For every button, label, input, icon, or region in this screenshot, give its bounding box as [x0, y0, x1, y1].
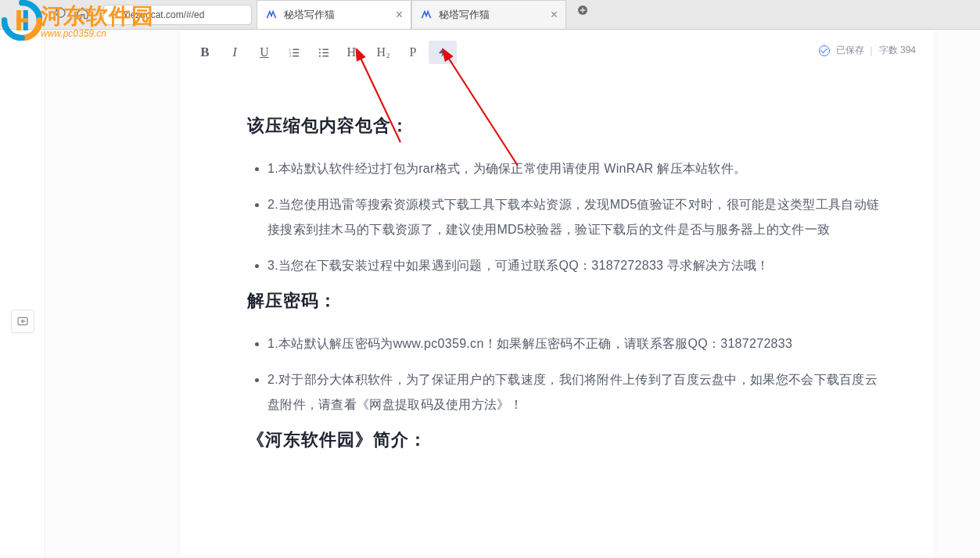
list-item: 2.当您使用迅雷等搜索资源模式下载工具下载本站资源，发现MD5值验证不对时，很可…: [267, 192, 888, 242]
app: B I U 123 H1 H2 P 已保存 | 字数: [0, 30, 980, 558]
svg-marker-19: [439, 48, 447, 57]
saved-label: 已保存: [836, 44, 864, 57]
paragraph-button[interactable]: P: [399, 41, 427, 64]
svg-point-18: [318, 55, 320, 56]
svg-point-17: [318, 52, 320, 53]
tab-favicon: [265, 9, 278, 21]
home-icon[interactable]: [76, 6, 89, 23]
underline-button[interactable]: U: [250, 41, 278, 64]
tab-close-icon[interactable]: ×: [396, 8, 403, 22]
list-password: 1.本站默认解压密码为www.pc0359.cn！如果解压密码不正确，请联系客服…: [247, 331, 888, 417]
tab-title: 秘塔写作猫: [439, 8, 551, 22]
list-ordered-icon: 123: [288, 46, 301, 59]
wordcount: 字数 394: [879, 44, 916, 57]
reload-icon[interactable]: [55, 7, 66, 22]
ai-check-button[interactable]: [429, 41, 457, 64]
browser-tab[interactable]: 秘塔写作猫 ×: [411, 0, 566, 29]
list-item: 2.对于部分大体积软件，为了保证用户的下载速度，我们将附件上传到了百度云盘中，如…: [267, 367, 888, 417]
left-sidebar: [0, 30, 45, 558]
svg-rect-0: [112, 14, 117, 18]
list-item: 3.当您在下载安装过程中如果遇到问题，可通过联系QQ：3187272833 寻求…: [267, 253, 888, 278]
heading2-button[interactable]: H2: [369, 41, 397, 64]
back-icon[interactable]: [14, 8, 25, 22]
italic-button[interactable]: I: [221, 41, 249, 64]
list-unordered-icon: [318, 46, 331, 59]
heading-password: 解压密码：: [247, 289, 888, 313]
address-bar[interactable]: xiezuocat.com/#/ed: [103, 5, 252, 25]
svg-point-16: [318, 48, 320, 50]
bold-button[interactable]: B: [191, 41, 219, 64]
format-toolbar: B I U 123 H1 H2 P: [191, 41, 457, 64]
document-paper: B I U 123 H1 H2 P 已保存 | 字数: [180, 30, 935, 558]
nav-controls: [0, 6, 97, 23]
browser-bar: xiezuocat.com/#/ed 秘塔写作猫 × 秘塔写作猫 ×: [0, 0, 980, 30]
tab-favicon: [420, 9, 433, 21]
browser-tab[interactable]: 秘塔写作猫 ×: [257, 0, 411, 29]
saved-check-icon: [819, 45, 830, 56]
tab-close-icon[interactable]: ×: [551, 8, 558, 22]
heading-contents: 该压缩包内容包含：: [247, 114, 888, 138]
ordered-list-button[interactable]: 123: [280, 41, 308, 64]
document-content[interactable]: 该压缩包内容包含： 1.本站默认软件经过打包为rar格式，为确保正常使用请使用 …: [247, 105, 888, 558]
tab-strip: 秘塔写作猫 × 秘塔写作猫 ×: [257, 0, 593, 29]
forward-icon[interactable]: [34, 8, 45, 22]
list-item: 1.本站默认解压密码为www.pc0359.cn！如果解压密码不正确，请联系客服…: [267, 331, 888, 356]
tab-title: 秘塔写作猫: [284, 8, 396, 22]
list-item: 1.本站默认软件经过打包为rar格式，为确保正常使用请使用 WinRAR 解压本…: [267, 156, 888, 181]
url-text: xiezuocat.com/#/ed: [124, 9, 204, 20]
editor-area: B I U 123 H1 H2 P 已保存 | 字数: [45, 30, 980, 558]
list-contents: 1.本站默认软件经过打包为rar格式，为确保正常使用请使用 WinRAR 解压本…: [247, 156, 888, 278]
lightning-icon: [437, 46, 448, 59]
new-tab-button[interactable]: [573, 0, 593, 20]
unordered-list-button[interactable]: [310, 41, 338, 64]
lock-icon: [110, 10, 119, 19]
divider: |: [871, 45, 873, 56]
heading1-button[interactable]: H1: [339, 41, 368, 64]
status-bar: 已保存 | 字数 394: [819, 44, 917, 57]
svg-text:3: 3: [289, 54, 291, 58]
heading-intro: 《河东软件园》简介：: [247, 428, 888, 452]
sidebar-collapse-button[interactable]: [11, 309, 34, 333]
